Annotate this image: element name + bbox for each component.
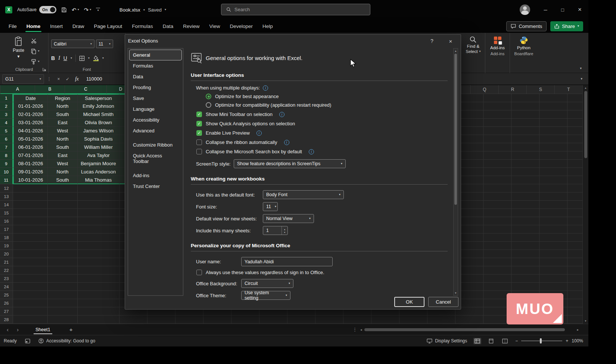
cell-P28[interactable] (455, 316, 483, 324)
cell-S5[interactable] (539, 127, 567, 135)
cell-S13[interactable] (539, 192, 567, 201)
options-nav-quick-access-toolbar[interactable]: Quick Access Toolbar (129, 150, 182, 167)
dialog-scrollbar-thumb[interactable] (454, 54, 457, 205)
cell-C19[interactable] (78, 242, 119, 250)
italic-button[interactable]: I (58, 55, 60, 61)
cell-T2[interactable] (567, 102, 582, 110)
zoom-slider[interactable] (521, 341, 562, 341)
cell-Q19[interactable] (483, 242, 511, 250)
cell-A20[interactable] (13, 250, 48, 258)
checkbox-collapse-the-microsoft-sea[interactable] (196, 149, 202, 154)
tab-file[interactable]: File (4, 19, 22, 33)
cell-C1[interactable]: Salesperson (78, 94, 119, 102)
tab-insert[interactable]: Insert (45, 19, 68, 33)
cell-A17[interactable] (13, 225, 48, 233)
cell-R19[interactable] (511, 242, 539, 250)
column-header-A[interactable]: A (0, 85, 35, 94)
row-header-13[interactable]: 13 (0, 192, 13, 201)
cell-Q16[interactable] (483, 217, 511, 225)
row-header-23[interactable]: 23 (0, 274, 13, 283)
user-avatar[interactable] (520, 4, 530, 15)
cell-Q13[interactable] (483, 192, 511, 201)
cell-A5[interactable]: 04-01-2026 (13, 127, 48, 135)
cell-A14[interactable] (13, 201, 48, 209)
column-header-B[interactable]: B (35, 85, 65, 94)
font-name-combo[interactable]: Calibri ▾ (51, 40, 94, 48)
fill-color-button[interactable] (93, 55, 99, 61)
tab-help[interactable]: Help (258, 19, 278, 33)
checkbox-show-mini-toolbar-on-selec[interactable]: ✓ (196, 112, 202, 117)
scroll-left-icon[interactable]: ◂ (360, 328, 362, 332)
row-header-1[interactable]: 1 (0, 94, 13, 102)
search-box[interactable] (221, 4, 370, 15)
cell-A23[interactable] (13, 274, 48, 283)
cell-Q21[interactable] (483, 258, 511, 266)
cell-S7[interactable] (539, 143, 567, 151)
column-header-T[interactable]: T (555, 85, 582, 94)
cell-R12[interactable] (511, 184, 539, 192)
cell-M28[interactable] (371, 316, 399, 324)
bold-button[interactable]: B (51, 55, 55, 61)
cell-B22[interactable] (48, 266, 78, 274)
row-header-9[interactable]: 9 (0, 160, 13, 168)
minimize-button[interactable]: ─ (537, 0, 554, 19)
comments-button[interactable]: Comments (506, 21, 547, 31)
cell-S9[interactable] (539, 160, 567, 168)
options-nav-advanced[interactable]: Advanced (129, 125, 182, 136)
cell-R5[interactable] (511, 127, 539, 135)
display-settings-button[interactable]: Display Settings (427, 338, 467, 343)
format-painter-button[interactable]: ▾ (31, 58, 39, 65)
cell-T6[interactable] (567, 135, 582, 143)
options-nav-language[interactable]: Language (129, 104, 182, 114)
scroll-up-icon[interactable]: ▴ (585, 86, 586, 90)
cell-T17[interactable] (567, 225, 582, 233)
cell-C28[interactable] (78, 316, 119, 324)
cell-A2[interactable]: 01-01-2026 (13, 102, 48, 110)
cell-S15[interactable] (539, 209, 567, 217)
row-header-6[interactable]: 6 (0, 135, 13, 143)
info-icon[interactable]: i (256, 131, 262, 136)
cell-R21[interactable] (511, 258, 539, 266)
underline-button[interactable]: U (63, 55, 67, 61)
close-button[interactable]: × (571, 0, 588, 19)
cell-S16[interactable] (539, 217, 567, 225)
cell-B1[interactable]: Region (48, 94, 78, 102)
borders-button[interactable] (79, 56, 85, 61)
cell-C17[interactable] (78, 225, 119, 233)
row-header-17[interactable]: 17 (0, 225, 13, 233)
cell-R1[interactable] (511, 94, 539, 102)
cell-C13[interactable] (78, 192, 119, 201)
tab-draw[interactable]: Draw (68, 19, 89, 33)
row-header-19[interactable]: 19 (0, 242, 13, 250)
name-box[interactable]: G11 ▾ (2, 74, 44, 84)
python-button[interactable]: Python (517, 33, 531, 50)
options-nav-trust-center[interactable]: Trust Center (129, 181, 182, 192)
cell-R20[interactable] (511, 250, 539, 258)
office-background-select[interactable]: Circuit ▾ (241, 279, 293, 288)
cell-Q3[interactable] (483, 110, 511, 119)
sheet-count-spinner[interactable]: 1 ▴ ▾ (263, 226, 288, 235)
cell-B10[interactable]: North (48, 168, 78, 176)
chevron-down-icon[interactable]: ▾ (40, 78, 41, 81)
cell-B11[interactable]: South (48, 176, 78, 184)
horizontal-scrollbar-thumb[interactable] (364, 328, 565, 331)
cell-B3[interactable]: South (48, 110, 78, 119)
find-select-button[interactable]: Find & Select ▾ (466, 33, 481, 54)
zoom-slider-knob[interactable] (540, 338, 542, 343)
cell-S24[interactable] (539, 283, 567, 291)
cell-C2[interactable]: Emily Johnson (78, 102, 119, 110)
info-icon[interactable]: i (284, 140, 289, 145)
spinner-up-icon[interactable]: ▴ (284, 228, 285, 230)
zoom-level[interactable]: 100% (572, 338, 583, 343)
collapse-ribbon-icon[interactable]: ▾ (580, 66, 582, 70)
scroll-up-icon[interactable]: ▴ (455, 49, 456, 53)
cell-O28[interactable] (427, 316, 455, 324)
cell-A22[interactable] (13, 266, 48, 274)
cell-Q15[interactable] (483, 209, 511, 217)
row-header-22[interactable]: 22 (0, 266, 13, 274)
tab-view[interactable]: View (204, 19, 225, 33)
cell-C3[interactable]: Michael Smith (78, 110, 119, 119)
row-header-26[interactable]: 26 (0, 299, 13, 307)
cell-S3[interactable] (539, 110, 567, 119)
chevron-down-icon[interactable]: ▾ (109, 43, 111, 46)
